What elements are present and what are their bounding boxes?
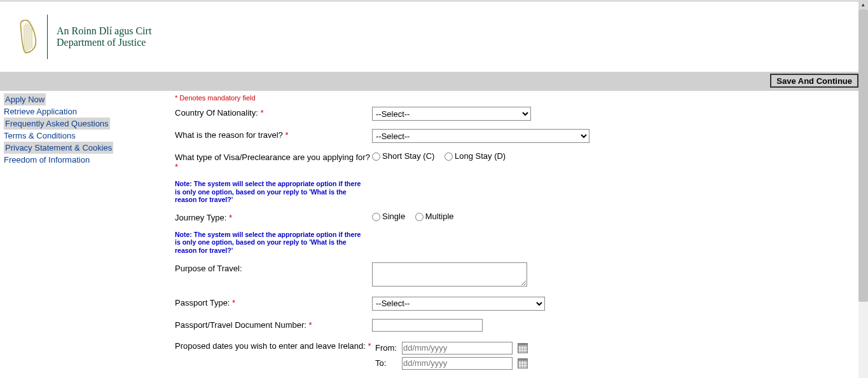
calendar-icon[interactable] [518,343,528,353]
harp-icon [19,20,38,54]
radio-long-stay-input[interactable] [444,152,453,161]
label-reason: What is the reason for travel? * [175,129,372,140]
form-area: * Denotes mandatory field Country Of Nat… [114,92,868,378]
sidebar-item-retrieve-application[interactable]: Retrieve Application [4,105,114,118]
nationality-select[interactable]: --Select-- [372,107,531,121]
action-bar: Save And Continue [0,72,868,91]
save-and-continue-button[interactable]: Save And Continue [770,74,858,88]
label-passport-type: Passport Type: * [175,297,372,307]
dates-table: From: To: [372,340,531,372]
label-to: To: [373,356,399,370]
radio-multiple[interactable]: Multiple [415,212,454,221]
label-visa-type: What type of Visa/Preclearance are you a… [175,151,372,172]
logo-line-2: Department of Justice [57,37,151,48]
logo-line-1: An Roinn Dlí agus Cirt [57,25,151,37]
label-proposed-dates: Proposed dates you wish to enter and lea… [175,340,372,351]
mandatory-field-note: * Denotes mandatory field [175,92,849,107]
visa-type-note: Note: The system will select the appropr… [175,180,366,204]
radio-short-stay-input[interactable] [372,152,380,161]
sidebar-item-foi[interactable]: Freedom of Information [4,154,114,166]
radio-short-stay[interactable]: Short Stay (C) [372,151,434,161]
date-to-input[interactable] [402,357,513,370]
visa-type-radio-group: Short Stay (C) Long Stay (D) [372,151,513,161]
label-purpose: Purpose of Travel: [175,262,372,273]
sidebar-item-faq[interactable]: Frequently Asked Questions [4,118,110,130]
calendar-icon[interactable] [518,358,528,368]
scroll-up-arrow-icon[interactable]: ▴ [858,0,868,10]
purpose-of-travel-textarea[interactable] [372,262,527,287]
sidebar-nav: Apply Now Retrieve Application Frequentl… [0,92,114,166]
passport-type-select[interactable]: --Select-- [372,297,545,311]
radio-multiple-input[interactable] [415,213,424,221]
scroll-thumb[interactable] [858,10,868,302]
sidebar-item-privacy[interactable]: Privacy Statement & Cookies [4,142,113,154]
sidebar-item-terms[interactable]: Terms & Conditions [4,130,114,142]
radio-long-stay[interactable]: Long Stay (D) [444,151,506,161]
label-doc-number: Passport/Travel Document Number: * [175,319,372,330]
reason-for-travel-select[interactable]: --Select-- [372,129,589,143]
passport-number-input[interactable] [372,319,483,332]
logo-separator [47,15,48,59]
sidebar-item-apply-now[interactable]: Apply Now [4,93,46,105]
journey-type-note: Note: The system will select the appropr… [175,231,366,255]
label-nationality: Country Of Nationality: * [175,107,372,118]
radio-single-input[interactable] [372,213,380,221]
label-journey-type: Journey Type: * [175,212,372,222]
label-from: From: [373,341,399,355]
radio-single[interactable]: Single [372,212,405,221]
logo-banner: An Roinn Dlí agus Cirt Department of Jus… [0,2,868,72]
journey-type-radio-group: Single Multiple [372,212,462,221]
date-from-input[interactable] [402,342,513,354]
vertical-scrollbar[interactable]: ▴ [858,0,868,378]
department-name: An Roinn Dlí agus Cirt Department of Jus… [57,25,151,48]
